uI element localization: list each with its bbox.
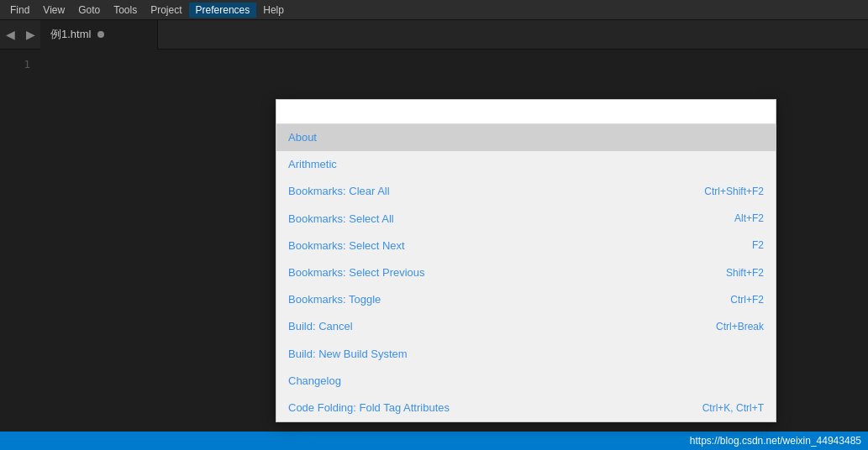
line-number: 1: [3, 56, 30, 73]
status-url: https://blog.csdn.net/weixin_44943485: [690, 435, 861, 447]
command-item-build-new-build-system[interactable]: Build: New Build System: [276, 341, 776, 368]
command-palette: AboutArithmeticBookmarks: Clear AllCtrl+…: [276, 99, 776, 422]
editor-area: 1 AboutArithmeticBookmarks: Clear AllCtr…: [0, 50, 868, 432]
menubar-item-tools[interactable]: Tools: [107, 3, 144, 18]
command-item-bookmarks-select-next[interactable]: Bookmarks: Select NextF2: [276, 233, 776, 259]
statusbar: https://blog.csdn.net/weixin_44943485: [0, 432, 868, 450]
line-numbers: 1: [0, 50, 34, 432]
command-item-shortcut: Ctrl+Break: [716, 320, 764, 334]
command-item-shortcut: Ctrl+F2: [730, 293, 764, 307]
tab-label: 例1.html: [50, 27, 91, 42]
menubar: FindViewGotoToolsProjectPreferencesHelp: [0, 0, 868, 20]
command-item-label: Bookmarks: Toggle: [288, 292, 381, 307]
menubar-item-preferences[interactable]: Preferences: [189, 3, 257, 18]
command-item-label: Changelog: [288, 374, 341, 389]
command-item-shortcut: Ctrl+K, Ctrl+T: [702, 401, 764, 416]
command-item-shortcut: F2: [752, 238, 764, 253]
command-item-label: Build: New Build System: [288, 347, 408, 362]
command-item-label: Bookmarks: Select Next: [288, 238, 405, 254]
menubar-item-goto[interactable]: Goto: [71, 3, 107, 18]
tab-unsaved-dot: [97, 31, 104, 38]
active-tab[interactable]: 例1.html: [40, 20, 158, 50]
command-item-label: Bookmarks: Clear All: [288, 184, 390, 199]
command-item-shortcut: Alt+F2: [734, 212, 764, 226]
tab-nav-left[interactable]: ◀: [0, 20, 20, 50]
command-item-bookmarks-toggle[interactable]: Bookmarks: ToggleCtrl+F2: [276, 286, 776, 313]
menubar-item-find[interactable]: Find: [3, 3, 36, 18]
command-item-label: Arithmetic: [288, 157, 337, 172]
command-item-code-folding-fold-tag-attributes[interactable]: Code Folding: Fold Tag AttributesCtrl+K,…: [276, 395, 776, 421]
command-input[interactable]: [285, 105, 767, 118]
command-list[interactable]: AboutArithmeticBookmarks: Clear AllCtrl+…: [276, 124, 776, 421]
command-item-about[interactable]: About: [276, 124, 776, 151]
tab-nav-right[interactable]: ▶: [20, 20, 40, 50]
command-item-label: Code Folding: Fold Tag Attributes: [288, 400, 450, 416]
menubar-item-help[interactable]: Help: [256, 3, 291, 18]
command-item-bookmarks-select-all[interactable]: Bookmarks: Select AllAlt+F2: [276, 206, 776, 233]
command-item-arithmetic[interactable]: Arithmetic: [276, 151, 776, 178]
command-item-label: Bookmarks: Select All: [288, 212, 394, 227]
command-item-label: Build: Cancel: [288, 319, 353, 334]
command-item-bookmarks-clear-all[interactable]: Bookmarks: Clear AllCtrl+Shift+F2: [276, 178, 776, 205]
command-item-shortcut: Ctrl+Shift+F2: [704, 185, 764, 199]
command-item-label: Bookmarks: Select Previous: [288, 265, 425, 280]
command-item-shortcut: Shift+F2: [726, 266, 764, 280]
command-input-wrap[interactable]: [276, 100, 776, 124]
menubar-item-view[interactable]: View: [36, 3, 71, 18]
command-item-changelog[interactable]: Changelog: [276, 368, 776, 395]
command-item-bookmarks-select-previous[interactable]: Bookmarks: Select PreviousShift+F2: [276, 259, 776, 286]
menubar-item-project[interactable]: Project: [144, 3, 188, 18]
tabbar: ◀ ▶ 例1.html: [0, 20, 868, 50]
command-item-label: About: [288, 130, 317, 145]
command-item-build-cancel[interactable]: Build: CancelCtrl+Break: [276, 313, 776, 340]
